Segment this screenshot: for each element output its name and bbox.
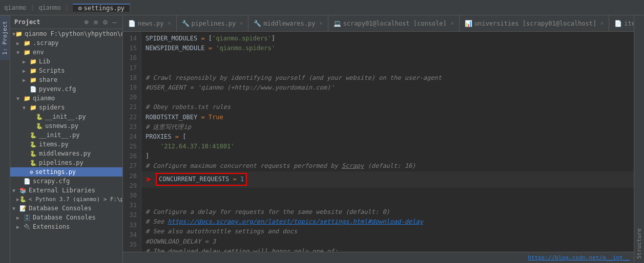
tab-bar: 📄 news.py × 🔧 pipelines.py × 🔧 middlewar… xyxy=(123,15,634,32)
tab-pipelines[interactable]: 🔧 pipelines.py × xyxy=(177,15,249,31)
tree-usnews[interactable]: 🐍 usnews.py xyxy=(10,121,122,130)
tree-scrapy-cfg[interactable]: 📄 scrapy.cfg xyxy=(10,177,122,186)
py-icon: 🐍 xyxy=(36,114,43,120)
py-icon: 🐍 xyxy=(30,160,37,166)
arrow-qianmo2 xyxy=(16,96,24,101)
arrow-lib xyxy=(23,59,30,64)
code-content[interactable]: SPIDER_MODULES = ['qianmo.spiders'] NEWS… xyxy=(141,32,634,252)
separator: | xyxy=(30,4,34,11)
cfg-icon: 📄 xyxy=(24,178,31,185)
arrow-db xyxy=(16,215,24,221)
tree-label: scrapy.cfg xyxy=(33,178,70,185)
tab-settings-title[interactable]: ⚙ settings.py xyxy=(73,4,130,12)
main-layout: 1: Project Project ⊕ ≡ ⚙ — 📁 qianmo F:\p… xyxy=(0,15,644,263)
tree-scrapy[interactable]: 📁 .scrapy xyxy=(10,38,122,48)
tree-label: pipelines.py xyxy=(39,159,84,166)
tab-universities-close[interactable]: × xyxy=(600,20,604,26)
tab-pipelines-label: pipelines.py xyxy=(192,20,236,27)
tree-ext-libs[interactable]: 📚 External Libraries xyxy=(10,186,122,195)
tree-label: Lib xyxy=(39,58,50,65)
tab-middlewares-close[interactable]: × xyxy=(320,20,323,26)
tree-env[interactable]: 📁 env xyxy=(10,48,122,57)
tree-pyvenv[interactable]: 📄 pyvenv.cfg xyxy=(10,84,122,94)
sidebar-title: Project xyxy=(14,18,40,26)
tab-universities[interactable]: 📊 universities [scrapy01@localhost] × xyxy=(460,15,609,31)
tree-spiders[interactable]: 📁 spiders xyxy=(10,103,122,112)
folder-icon: 📁 xyxy=(24,40,31,47)
tab-pipelines-close[interactable]: × xyxy=(240,20,243,26)
status-url[interactable]: https://blog.csdn.net/a__int__ xyxy=(528,254,630,261)
tree-scratches[interactable]: 📝 Database Consoles xyxy=(10,204,122,213)
tree-python37[interactable]: 🐍 < Python 3.7 (qianmo) > F:\python\yhpy… xyxy=(10,195,122,204)
tree-init-spiders[interactable]: 🐍 __init__.py xyxy=(10,112,122,121)
tree-qianmo[interactable]: 📁 qianmo xyxy=(10,94,122,103)
sidebar: Project ⊕ ≡ ⚙ — 📁 qianmo F:\python\yhpyt… xyxy=(10,15,123,263)
tree-label: < Python 3.7 (qianmo) > F:\python\yhpyth… xyxy=(29,196,123,203)
tree-middlewares[interactable]: 🐍 middlewares.py xyxy=(10,149,122,158)
arrow-scrapy xyxy=(16,40,24,46)
tab-settings-icon: ⚙ xyxy=(78,5,81,12)
cfg-icon: 📄 xyxy=(30,86,37,93)
expand-icon[interactable]: ≡ xyxy=(92,17,99,27)
tree-init-qianmo[interactable]: 🐍 __init__.py xyxy=(10,130,122,140)
project-tab[interactable]: 1: Project xyxy=(0,15,10,60)
ext-icon: 📚 xyxy=(19,187,27,194)
tab-console-icon: 💻 xyxy=(334,20,341,27)
project-name: qianmo xyxy=(38,4,60,11)
add-icon[interactable]: ⊕ xyxy=(82,17,90,27)
tab-items[interactable]: 📄 items.py × xyxy=(609,15,634,31)
tab-middlewares-icon: 🔧 xyxy=(254,20,261,27)
tree-scripts[interactable]: 📁 Scripts xyxy=(10,66,122,75)
tree-label: Database Consoles xyxy=(29,205,92,212)
arrow-env xyxy=(16,50,24,55)
structure-tab[interactable]: Structure xyxy=(634,15,644,263)
settings-icon[interactable]: ⚙ xyxy=(101,17,109,27)
arrow-scratches xyxy=(12,206,19,211)
folder-icon: 📁 xyxy=(24,95,31,102)
tree-qianmo-root[interactable]: 📁 qianmo F:\python\yhpython\qianmo xyxy=(10,29,122,38)
status-bar: https://blog.csdn.net/a__int__ xyxy=(123,252,634,263)
arrow-spiders xyxy=(23,105,30,111)
tab-settings-label: settings.py xyxy=(84,5,124,12)
folder-icon: 📁 xyxy=(15,31,23,37)
tree-settings[interactable]: ⚙ settings.py xyxy=(10,167,122,177)
tree-label: items.py xyxy=(39,141,69,148)
tab-console-label: scrapy01@localhost [console] xyxy=(343,20,447,27)
tree-label: Scripts xyxy=(39,67,65,74)
folder-icon: 📁 xyxy=(30,77,37,83)
tab-news[interactable]: 📄 news.py × xyxy=(123,15,177,31)
collapse-icon[interactable]: — xyxy=(111,17,118,27)
tab-news-label: news.py xyxy=(138,20,164,27)
tree-items[interactable]: 🐍 items.py xyxy=(10,140,122,149)
tree-label: settings.py xyxy=(35,168,76,176)
arrow-ext xyxy=(12,188,19,193)
py-icon: 🐍 xyxy=(19,196,27,203)
tab-pipelines-icon: 🔧 xyxy=(182,20,190,27)
tree-label: qianmo F:\python\yhpython\qianmo xyxy=(25,30,123,37)
folder-icon: 📁 xyxy=(30,58,37,65)
tree-share[interactable]: 📁 share xyxy=(10,75,122,84)
folder-icon: 📁 xyxy=(24,49,31,56)
tab-console-close[interactable]: × xyxy=(451,20,454,26)
tab-middlewares[interactable]: 🔧 middlewares.py × xyxy=(248,15,328,31)
tree-db-consoles[interactable]: 🗄️ Database Consoles xyxy=(10,213,122,222)
scratches-icon: 📝 xyxy=(19,205,27,212)
tree-extensions[interactable]: 🔌 Extensions xyxy=(10,222,122,231)
arrow-scripts xyxy=(23,68,30,74)
tree-label: spiders xyxy=(39,104,65,111)
arrow-share xyxy=(23,77,30,83)
py-icon: 🐍 xyxy=(30,141,37,148)
tab-news-close[interactable]: × xyxy=(168,20,171,26)
tree-label: Database Consoles xyxy=(33,214,96,221)
tab-universities-icon: 📊 xyxy=(465,20,472,27)
tab-universities-label: universities [scrapy01@localhost] xyxy=(474,20,596,27)
tree-lib[interactable]: 📁 Lib xyxy=(10,57,122,66)
folder-icon: 📁 xyxy=(30,68,37,74)
tab-console[interactable]: 💻 scrapy01@localhost [console] × xyxy=(328,15,460,31)
tab-news-icon: 📄 xyxy=(128,20,136,27)
tree-label: env xyxy=(33,49,44,56)
folder-icon: 📁 xyxy=(30,104,37,111)
tree-label: External Libraries xyxy=(29,187,95,194)
tree-pipelines[interactable]: 🐍 pipelines.py xyxy=(10,158,122,167)
db-icon: 🗄️ xyxy=(24,214,31,221)
